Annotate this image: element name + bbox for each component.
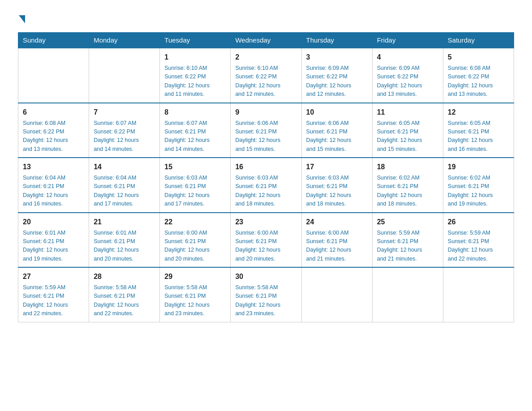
column-header-sunday: Sunday xyxy=(18,33,89,48)
day-info: Sunrise: 6:08 AMSunset: 6:22 PMDaylight:… xyxy=(23,119,84,154)
day-number: 7 xyxy=(94,107,155,118)
day-info: Sunrise: 6:00 AMSunset: 6:21 PMDaylight:… xyxy=(164,229,226,264)
day-info: Sunrise: 6:08 AMSunset: 6:22 PMDaylight:… xyxy=(448,64,509,99)
calendar-week-2: 6Sunrise: 6:08 AMSunset: 6:22 PMDaylight… xyxy=(18,103,514,158)
day-info: Sunrise: 6:02 AMSunset: 6:21 PMDaylight:… xyxy=(377,174,438,209)
day-number: 19 xyxy=(448,162,509,172)
day-number: 13 xyxy=(23,162,84,172)
day-number: 20 xyxy=(23,217,84,227)
calendar-cell: 17Sunrise: 6:03 AMSunset: 6:21 PMDayligh… xyxy=(301,158,372,213)
day-number: 11 xyxy=(377,107,438,118)
day-number: 6 xyxy=(23,107,84,118)
calendar-cell: 15Sunrise: 6:03 AMSunset: 6:21 PMDayligh… xyxy=(160,158,231,213)
calendar-cell: 13Sunrise: 6:04 AMSunset: 6:21 PMDayligh… xyxy=(18,158,89,213)
day-number: 27 xyxy=(23,271,84,282)
calendar-cell: 23Sunrise: 6:00 AMSunset: 6:21 PMDayligh… xyxy=(231,213,301,268)
day-info: Sunrise: 6:06 AMSunset: 6:21 PMDaylight:… xyxy=(235,119,296,154)
day-info: Sunrise: 6:01 AMSunset: 6:21 PMDaylight:… xyxy=(94,229,155,264)
day-number: 25 xyxy=(377,217,438,227)
day-info: Sunrise: 6:05 AMSunset: 6:21 PMDaylight:… xyxy=(377,119,438,154)
day-info: Sunrise: 6:10 AMSunset: 6:22 PMDaylight:… xyxy=(164,64,226,99)
calendar-cell: 30Sunrise: 5:58 AMSunset: 6:21 PMDayligh… xyxy=(231,267,301,322)
calendar-cell: 24Sunrise: 6:00 AMSunset: 6:21 PMDayligh… xyxy=(301,213,372,268)
day-number: 15 xyxy=(164,162,226,172)
calendar-header-row: SundayMondayTuesdayWednesdayThursdayFrid… xyxy=(18,33,514,48)
calendar-week-4: 20Sunrise: 6:01 AMSunset: 6:21 PMDayligh… xyxy=(18,213,514,268)
calendar-cell xyxy=(89,48,160,103)
day-info: Sunrise: 6:09 AMSunset: 6:22 PMDaylight:… xyxy=(306,64,368,99)
logo-arrow-icon xyxy=(19,15,25,23)
day-number: 24 xyxy=(306,217,368,227)
calendar-cell: 29Sunrise: 5:58 AMSunset: 6:21 PMDayligh… xyxy=(160,267,231,322)
calendar-cell: 6Sunrise: 6:08 AMSunset: 6:22 PMDaylight… xyxy=(18,103,89,158)
column-header-thursday: Thursday xyxy=(301,33,372,48)
calendar-cell: 9Sunrise: 6:06 AMSunset: 6:21 PMDaylight… xyxy=(231,103,301,158)
day-info: Sunrise: 6:01 AMSunset: 6:21 PMDaylight:… xyxy=(23,229,84,264)
calendar-cell: 5Sunrise: 6:08 AMSunset: 6:22 PMDaylight… xyxy=(443,48,514,103)
day-number: 8 xyxy=(164,107,226,118)
day-info: Sunrise: 6:03 AMSunset: 6:21 PMDaylight:… xyxy=(306,174,368,209)
calendar-cell xyxy=(443,267,514,322)
day-number: 28 xyxy=(94,271,155,282)
calendar-cell: 4Sunrise: 6:09 AMSunset: 6:22 PMDaylight… xyxy=(372,48,443,103)
page-header xyxy=(18,13,514,23)
calendar-cell: 14Sunrise: 6:04 AMSunset: 6:21 PMDayligh… xyxy=(89,158,160,213)
day-info: Sunrise: 6:00 AMSunset: 6:21 PMDaylight:… xyxy=(306,229,368,264)
day-number: 21 xyxy=(94,217,155,227)
day-info: Sunrise: 6:04 AMSunset: 6:21 PMDaylight:… xyxy=(23,174,84,209)
calendar-cell: 21Sunrise: 6:01 AMSunset: 6:21 PMDayligh… xyxy=(89,213,160,268)
calendar-cell xyxy=(372,267,443,322)
calendar-week-1: 1Sunrise: 6:10 AMSunset: 6:22 PMDaylight… xyxy=(18,48,514,103)
day-number: 2 xyxy=(235,52,296,63)
day-info: Sunrise: 6:07 AMSunset: 6:22 PMDaylight:… xyxy=(94,119,155,154)
calendar-cell: 26Sunrise: 5:59 AMSunset: 6:21 PMDayligh… xyxy=(443,213,514,268)
calendar-cell: 11Sunrise: 6:05 AMSunset: 6:21 PMDayligh… xyxy=(372,103,443,158)
day-info: Sunrise: 5:58 AMSunset: 6:21 PMDaylight:… xyxy=(235,283,296,318)
day-number: 18 xyxy=(377,162,438,172)
calendar-cell xyxy=(301,267,372,322)
day-info: Sunrise: 6:03 AMSunset: 6:21 PMDaylight:… xyxy=(235,174,296,209)
day-number: 30 xyxy=(235,271,296,282)
calendar-cell: 3Sunrise: 6:09 AMSunset: 6:22 PMDaylight… xyxy=(301,48,372,103)
day-number: 16 xyxy=(235,162,296,172)
calendar-cell: 8Sunrise: 6:07 AMSunset: 6:21 PMDaylight… xyxy=(160,103,231,158)
calendar-cell: 27Sunrise: 5:59 AMSunset: 6:21 PMDayligh… xyxy=(18,267,89,322)
day-info: Sunrise: 5:59 AMSunset: 6:21 PMDaylight:… xyxy=(23,283,84,318)
day-info: Sunrise: 6:10 AMSunset: 6:22 PMDaylight:… xyxy=(235,64,296,99)
calendar-cell xyxy=(18,48,89,103)
column-header-tuesday: Tuesday xyxy=(160,33,231,48)
calendar-cell: 22Sunrise: 6:00 AMSunset: 6:21 PMDayligh… xyxy=(160,213,231,268)
day-number: 4 xyxy=(377,52,438,63)
column-header-friday: Friday xyxy=(372,33,443,48)
day-info: Sunrise: 6:04 AMSunset: 6:21 PMDaylight:… xyxy=(94,174,155,209)
calendar-cell: 25Sunrise: 5:59 AMSunset: 6:21 PMDayligh… xyxy=(372,213,443,268)
calendar-cell: 2Sunrise: 6:10 AMSunset: 6:22 PMDaylight… xyxy=(231,48,301,103)
calendar-cell: 16Sunrise: 6:03 AMSunset: 6:21 PMDayligh… xyxy=(231,158,301,213)
calendar-cell: 1Sunrise: 6:10 AMSunset: 6:22 PMDaylight… xyxy=(160,48,231,103)
day-number: 22 xyxy=(164,217,226,227)
day-info: Sunrise: 5:59 AMSunset: 6:21 PMDaylight:… xyxy=(448,229,509,264)
day-number: 9 xyxy=(235,107,296,118)
day-number: 5 xyxy=(448,52,509,63)
column-header-wednesday: Wednesday xyxy=(231,33,301,48)
day-info: Sunrise: 6:06 AMSunset: 6:21 PMDaylight:… xyxy=(306,119,368,154)
day-number: 10 xyxy=(306,107,368,118)
day-info: Sunrise: 6:07 AMSunset: 6:21 PMDaylight:… xyxy=(164,119,226,154)
day-info: Sunrise: 5:59 AMSunset: 6:21 PMDaylight:… xyxy=(377,229,438,264)
calendar-cell: 20Sunrise: 6:01 AMSunset: 6:21 PMDayligh… xyxy=(18,213,89,268)
day-number: 14 xyxy=(94,162,155,172)
calendar-cell: 18Sunrise: 6:02 AMSunset: 6:21 PMDayligh… xyxy=(372,158,443,213)
column-header-saturday: Saturday xyxy=(443,33,514,48)
day-number: 3 xyxy=(306,52,368,63)
day-info: Sunrise: 6:02 AMSunset: 6:21 PMDaylight:… xyxy=(448,174,509,209)
day-number: 23 xyxy=(235,217,296,227)
day-number: 1 xyxy=(164,52,226,63)
day-info: Sunrise: 6:03 AMSunset: 6:21 PMDaylight:… xyxy=(164,174,226,209)
day-info: Sunrise: 5:58 AMSunset: 6:21 PMDaylight:… xyxy=(94,283,155,318)
calendar-week-5: 27Sunrise: 5:59 AMSunset: 6:21 PMDayligh… xyxy=(18,267,514,322)
day-info: Sunrise: 6:00 AMSunset: 6:21 PMDaylight:… xyxy=(235,229,296,264)
day-number: 26 xyxy=(448,217,509,227)
day-number: 12 xyxy=(448,107,509,118)
calendar-cell: 12Sunrise: 6:05 AMSunset: 6:21 PMDayligh… xyxy=(443,103,514,158)
logo xyxy=(18,13,25,23)
